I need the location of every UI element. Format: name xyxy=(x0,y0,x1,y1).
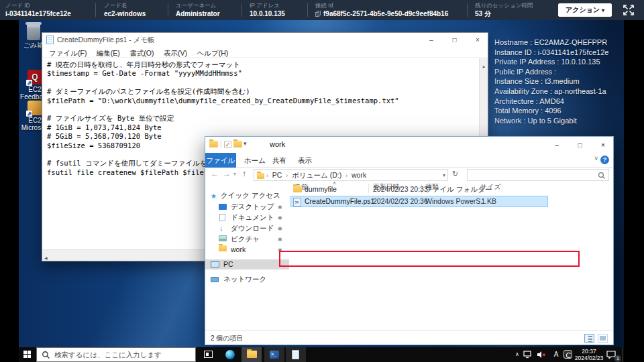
sidebar-item-pictures[interactable]: ピクチャ ✱ xyxy=(205,234,289,244)
sidebar-item-work[interactable]: work ✱ xyxy=(205,245,289,255)
node-name-value: ec2-windows xyxy=(104,9,146,18)
sidebar-item-documents[interactable]: ドキュメント ✱ xyxy=(205,213,289,223)
breadcrumb-separator: › xyxy=(266,172,268,179)
address-bar[interactable]: › PC › ボリューム (D:) › work ▾ xyxy=(254,169,448,181)
sidebar-item-desktop[interactable]: デスクトップ ✱ xyxy=(205,202,289,212)
network-icon xyxy=(211,277,219,282)
menu-format[interactable]: 書式(O) xyxy=(126,48,157,59)
ribbon-tab-view[interactable]: 表示 xyxy=(298,153,312,168)
back-icon[interactable]: ← xyxy=(211,169,219,178)
actions-button[interactable]: アクション ▾ xyxy=(558,3,612,17)
tray-chevron-icon[interactable]: ∧ xyxy=(513,347,522,362)
username-field: ユーザーネーム Administrator xyxy=(176,2,220,18)
address-dropdown-icon[interactable]: ▾ xyxy=(443,170,445,181)
new-folder-icon[interactable] xyxy=(233,141,242,147)
volume-muted-icon[interactable] xyxy=(537,347,549,362)
fullscreen-icon[interactable] xyxy=(623,4,635,16)
item-count: 2 個の項目 xyxy=(211,334,244,343)
taskbar-search-input[interactable]: 検索するには、ここに入力します xyxy=(36,347,196,362)
ec2-feedback-icon: Q ↗ xyxy=(28,70,42,84)
menu-edit[interactable]: 編集(E) xyxy=(93,48,123,59)
notepad-window-controls: – □ × xyxy=(421,33,488,47)
explorer-titlebar[interactable]: ✓ ▾ work – □ × xyxy=(205,137,613,153)
bginfo-system-info: Hostname : EC2AMAZ-QHEFPPR Instance ID :… xyxy=(494,38,608,125)
minimize-icon[interactable]: – xyxy=(547,139,567,152)
scroll-left-icon[interactable]: ◀ xyxy=(44,256,48,260)
maximize-icon[interactable]: □ xyxy=(570,139,590,152)
scroll-up-icon[interactable]: ▲ xyxy=(482,64,486,68)
search-icon xyxy=(598,172,606,180)
history-caret-icon[interactable]: ▾ xyxy=(233,171,236,177)
star-icon: ★ xyxy=(211,191,217,201)
username-label: ユーザーネーム xyxy=(176,2,220,9)
breadcrumb-volume-d[interactable]: ボリューム (D:) xyxy=(290,171,343,179)
qat-caret-icon[interactable]: ▾ xyxy=(244,140,247,147)
notepad-menubar: ファイル(F) 編集(E) 書式(O) 表示(V) ヘルプ(H) xyxy=(42,46,488,58)
breadcrumb-work[interactable]: work xyxy=(350,171,368,179)
node-name-label: ノード名 xyxy=(104,2,146,9)
sidebar-item-network[interactable]: ネットワーク xyxy=(205,274,289,284)
notepad-app-icon xyxy=(46,36,54,44)
ime-icon[interactable] xyxy=(562,347,573,362)
show-desktop-button[interactable] xyxy=(622,347,624,362)
file-row-dummyfile[interactable]: dummyfile 2024/02/23 20:33 ファイル フォルダー xyxy=(290,184,613,195)
ribbon-expand-icon[interactable]: ∨ xyxy=(594,155,598,162)
explorer-search-input[interactable] xyxy=(467,169,609,181)
header-divider xyxy=(467,3,468,17)
clock-time: 20:37 xyxy=(573,348,605,355)
breadcrumb-pc[interactable]: PC xyxy=(270,171,284,179)
start-button[interactable] xyxy=(19,347,36,362)
connection-id-field: 接続 Id f9a68f5c-2571-4b5e-9e50-d9c9eef84b… xyxy=(315,2,448,18)
menu-help[interactable]: ヘルプ(H) xyxy=(193,48,231,59)
node-name-field: ノード名 ec2-windows xyxy=(104,2,146,18)
ec2-microsoft-icon: ↗ xyxy=(28,101,42,115)
refresh-icon[interactable]: ↻ xyxy=(452,170,458,178)
pin-icon: ✱ xyxy=(278,235,282,245)
file-row-createdummyfile[interactable]: CreateDummyFile.ps1 2024/02/23 20:36 Win… xyxy=(290,196,613,207)
red-annotation-rectangle xyxy=(279,251,580,267)
menu-file[interactable]: ファイル(F) xyxy=(46,48,90,59)
minimize-icon[interactable]: – xyxy=(421,34,441,47)
session-time-field: 残りのセッション時間 53 分 xyxy=(475,2,533,18)
forward-icon[interactable]: → xyxy=(223,169,231,178)
close-icon[interactable]: × xyxy=(468,34,488,47)
notepad-titlebar[interactable]: CreateDummyFile.ps1 - メモ帳 – □ × xyxy=(42,33,488,46)
maximize-icon[interactable]: □ xyxy=(445,34,465,47)
ribbon-tab-home[interactable]: ホーム xyxy=(244,153,266,168)
powershell-file-icon xyxy=(293,198,301,206)
session-time-label: 残りのセッション時間 xyxy=(475,2,533,9)
network-tray-icon[interactable] xyxy=(523,347,535,362)
task-view-button[interactable] xyxy=(199,347,219,362)
file-explorer-button[interactable] xyxy=(241,347,262,362)
folder-icon xyxy=(219,245,227,251)
help-icon[interactable]: ? xyxy=(600,156,609,164)
notepad-button[interactable] xyxy=(286,347,306,362)
copy-icon[interactable] xyxy=(315,11,321,17)
sidebar-item-downloads[interactable]: ↓ ダウンロード ✱ xyxy=(205,223,289,233)
properties-check-icon[interactable]: ✓ xyxy=(224,141,231,148)
ribbon-tab-file[interactable]: ファイル xyxy=(205,153,236,168)
notification-center-button[interactable]: 1 xyxy=(606,347,620,362)
breadcrumb-separator: › xyxy=(286,172,288,179)
explorer-window-controls: – □ × xyxy=(547,138,613,152)
search-icon xyxy=(42,351,50,359)
details-view-icon[interactable] xyxy=(584,334,594,343)
menu-view[interactable]: 表示(V) xyxy=(160,48,191,59)
ribbon-tab-share[interactable]: 共有 xyxy=(272,153,286,168)
session-header: ノード ID i-0341141e175fce12e ノード名 ec2-wind… xyxy=(0,0,644,20)
sidebar-item-quick-access[interactable]: ★ クイック アクセス xyxy=(205,190,289,200)
quick-access-toolbar: ✓ ▾ xyxy=(209,140,247,148)
edge-button[interactable] xyxy=(220,347,240,362)
thumbnail-view-icon[interactable] xyxy=(598,334,608,343)
explorer-ribbon: ファイル ホーム 共有 表示 ∨ ? xyxy=(205,153,613,168)
header-divider xyxy=(241,3,242,17)
header-divider xyxy=(168,3,168,17)
taskbar-clock[interactable]: 20:37 2024/02/23 xyxy=(573,347,605,362)
pc-icon xyxy=(211,261,219,267)
ime-mode-indicator[interactable]: A xyxy=(551,347,561,362)
close-icon[interactable]: × xyxy=(593,139,613,152)
powershell-button[interactable]: >_ xyxy=(264,347,284,362)
sidebar-item-pc[interactable]: PC xyxy=(205,259,289,269)
up-icon[interactable]: ↑ xyxy=(242,169,246,178)
explorer-address-row: ← → ▾ ↑ › PC › ボリューム (D:) › work ▾ ↻ xyxy=(205,168,613,182)
